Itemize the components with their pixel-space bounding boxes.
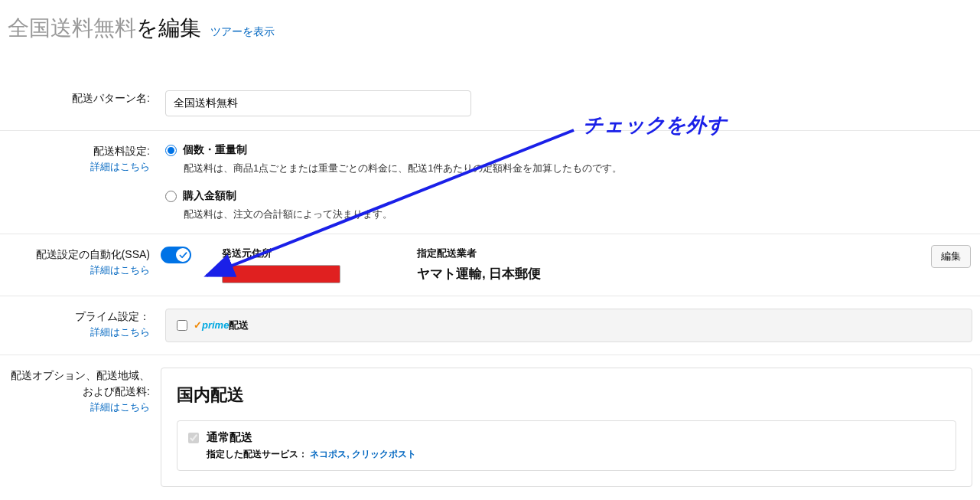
ssa-toggle[interactable] (161, 247, 191, 263)
normal-ship-checkbox[interactable] (188, 433, 199, 443)
prime-word: prime (202, 319, 229, 331)
normal-ship-sub-value[interactable]: ネコポス, クリックポスト (310, 449, 416, 459)
radio-qty-weight-label: 個数・重量制 (183, 143, 247, 157)
origin-address-label: 発送元住所 (222, 247, 340, 260)
radio-qty-weight[interactable] (165, 145, 177, 156)
show-tour-link[interactable]: ツアーを表示 (210, 25, 275, 39)
shipping-fee-detail-link[interactable]: 詳細はこちら (8, 159, 150, 175)
prime-suffix: 配送 (229, 319, 249, 331)
carrier-label: 指定配送業者 (417, 247, 541, 260)
title-black-part: を編集 (136, 16, 201, 40)
prime-checkbox[interactable] (177, 320, 187, 331)
options-label: 配送オプション、配送地域、および配送料: (11, 369, 150, 397)
radio-purchase-amount-label: 購入金額制 (183, 189, 236, 203)
origin-address-value-redacted (222, 265, 340, 283)
check-icon (176, 248, 190, 262)
title-gray-part: 全国送料無料 (8, 16, 136, 40)
domestic-panel: 国内配送 通常配送 指定した配送サービス： ネコポス, クリックポスト (161, 368, 972, 487)
shipping-fee-label: 配送料設定: (93, 145, 150, 157)
radio-purchase-amount-desc: 配送料は、注文の合計額によって決まります。 (184, 208, 972, 221)
radio-qty-weight-desc: 配送料は、商品1点ごとまたは重量ごとの料金に、配送1件あたりの定額料金を加算した… (184, 162, 972, 175)
options-detail-link[interactable]: 詳細はこちら (8, 400, 150, 415)
pattern-name-input[interactable] (165, 90, 471, 116)
radio-purchase-amount[interactable] (165, 191, 177, 202)
prime-check-icon: ✓ (194, 319, 202, 331)
normal-ship-box: 通常配送 指定した配送サービス： ネコポス, クリックポスト (177, 420, 956, 471)
prime-box: ✓prime配送 (165, 309, 972, 342)
ssa-label: 配送設定の自動化(SSA) (36, 248, 150, 260)
prime-label: プライム設定： (75, 310, 150, 322)
prime-detail-link[interactable]: 詳細はこちら (8, 325, 150, 340)
domestic-title: 国内配送 (177, 384, 956, 407)
edit-button[interactable]: 編集 (931, 245, 971, 268)
carrier-value: ヤマト運輸, 日本郵便 (417, 265, 541, 283)
page-title: 全国送料無料を編集 (8, 14, 201, 43)
normal-ship-title: 通常配送 (207, 430, 416, 445)
pattern-name-label: 配送パターン名: (8, 90, 161, 116)
ssa-detail-link[interactable]: 詳細はこちら (8, 263, 150, 278)
normal-ship-sub-label: 指定した配送サービス： (207, 449, 308, 459)
